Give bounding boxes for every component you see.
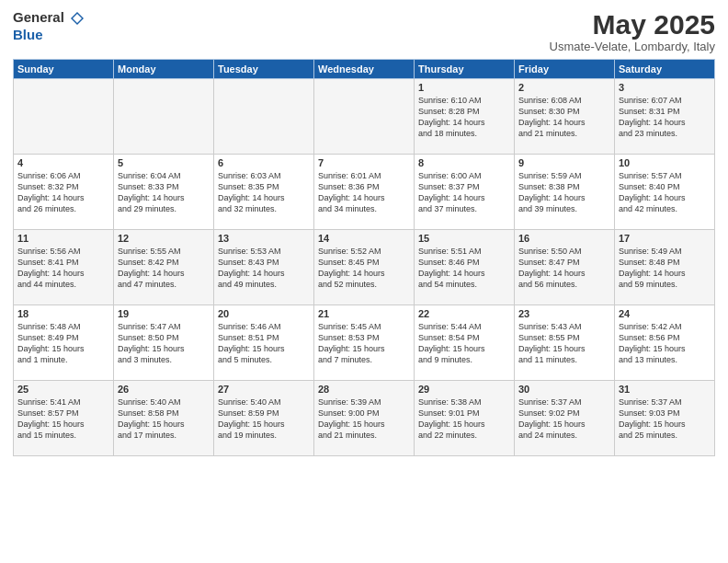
calendar-row-3: 18Sunrise: 5:48 AM Sunset: 8:49 PM Dayli… (14, 305, 715, 381)
weekday-header-thursday: Thursday (415, 60, 515, 79)
weekday-header-tuesday: Tuesday (214, 60, 314, 79)
cell-info: Sunrise: 5:40 AM Sunset: 8:59 PM Dayligh… (218, 396, 310, 442)
day-number: 25 (17, 384, 109, 395)
day-number: 29 (418, 384, 510, 395)
day-number: 19 (118, 308, 210, 319)
cell-info: Sunrise: 5:42 AM Sunset: 8:56 PM Dayligh… (619, 321, 711, 366)
cell-info: Sunrise: 6:01 AM Sunset: 8:36 PM Dayligh… (318, 170, 410, 215)
cell-info: Sunrise: 5:41 AM Sunset: 8:57 PM Dayligh… (17, 396, 109, 442)
calendar-cell-0-5: 2Sunrise: 6:08 AM Sunset: 8:30 PM Daylig… (515, 79, 615, 155)
calendar-cell-3-5: 23Sunrise: 5:43 AM Sunset: 8:55 PM Dayli… (515, 305, 615, 381)
day-number: 7 (318, 157, 410, 168)
weekday-header-wednesday: Wednesday (314, 60, 415, 79)
calendar-cell-2-0: 11Sunrise: 5:56 AM Sunset: 8:41 PM Dayli… (14, 230, 114, 305)
page: General Blue May 2025 Usmate-Velate, Lom… (0, 0, 728, 563)
cell-info: Sunrise: 6:06 AM Sunset: 8:32 PM Dayligh… (17, 170, 109, 215)
cell-info: Sunrise: 5:55 AM Sunset: 8:42 PM Dayligh… (118, 246, 210, 291)
calendar-cell-0-1 (114, 79, 214, 155)
calendar-cell-0-6: 3Sunrise: 6:07 AM Sunset: 8:31 PM Daylig… (615, 79, 715, 155)
calendar-cell-0-4: 1Sunrise: 6:10 AM Sunset: 8:28 PM Daylig… (415, 79, 515, 155)
day-number: 16 (518, 233, 610, 244)
day-number: 9 (518, 157, 610, 168)
calendar-cell-4-1: 26Sunrise: 5:40 AM Sunset: 8:58 PM Dayli… (114, 381, 214, 456)
day-number: 23 (518, 308, 610, 319)
cell-info: Sunrise: 5:57 AM Sunset: 8:40 PM Dayligh… (619, 170, 711, 215)
cell-info: Sunrise: 6:10 AM Sunset: 8:28 PM Dayligh… (418, 95, 510, 140)
day-number: 11 (17, 233, 109, 244)
day-number: 27 (218, 384, 310, 395)
day-number: 31 (619, 384, 711, 395)
calendar-cell-1-1: 5Sunrise: 6:04 AM Sunset: 8:33 PM Daylig… (114, 155, 214, 230)
logo-general: General (13, 9, 64, 25)
calendar-row-2: 11Sunrise: 5:56 AM Sunset: 8:41 PM Dayli… (14, 230, 715, 305)
cell-info: Sunrise: 5:43 AM Sunset: 8:55 PM Dayligh… (518, 321, 610, 366)
day-number: 6 (218, 157, 310, 168)
calendar-cell-0-0 (14, 79, 114, 155)
calendar-cell-0-2 (214, 79, 314, 155)
calendar-cell-3-4: 22Sunrise: 5:44 AM Sunset: 8:54 PM Dayli… (415, 305, 515, 381)
day-number: 20 (218, 308, 310, 319)
cell-info: Sunrise: 5:46 AM Sunset: 8:51 PM Dayligh… (218, 321, 310, 366)
day-number: 30 (518, 384, 610, 395)
cell-info: Sunrise: 5:50 AM Sunset: 8:47 PM Dayligh… (518, 246, 610, 291)
cell-info: Sunrise: 5:37 AM Sunset: 9:02 PM Dayligh… (518, 396, 610, 442)
day-number: 17 (619, 233, 711, 244)
calendar-title: May 2025 (550, 9, 715, 40)
cell-info: Sunrise: 5:52 AM Sunset: 8:45 PM Dayligh… (318, 246, 410, 291)
calendar-cell-4-5: 30Sunrise: 5:37 AM Sunset: 9:02 PM Dayli… (515, 381, 615, 456)
day-number: 3 (619, 82, 711, 93)
calendar-cell-2-4: 15Sunrise: 5:51 AM Sunset: 8:46 PM Dayli… (415, 230, 515, 305)
cell-info: Sunrise: 5:47 AM Sunset: 8:50 PM Dayligh… (118, 321, 210, 366)
day-number: 4 (17, 157, 109, 168)
weekday-header-sunday: Sunday (14, 60, 114, 79)
cell-info: Sunrise: 5:37 AM Sunset: 9:03 PM Dayligh… (619, 396, 711, 442)
day-number: 2 (518, 82, 610, 93)
cell-info: Sunrise: 6:08 AM Sunset: 8:30 PM Dayligh… (518, 95, 610, 140)
calendar-cell-1-4: 8Sunrise: 6:00 AM Sunset: 8:37 PM Daylig… (415, 155, 515, 230)
logo-blue: Blue (13, 27, 85, 42)
calendar-table: SundayMondayTuesdayWednesdayThursdayFrid… (13, 59, 715, 456)
cell-info: Sunrise: 5:48 AM Sunset: 8:49 PM Dayligh… (17, 321, 109, 366)
day-number: 28 (318, 384, 410, 395)
calendar-cell-2-3: 14Sunrise: 5:52 AM Sunset: 8:45 PM Dayli… (314, 230, 415, 305)
cell-info: Sunrise: 6:07 AM Sunset: 8:31 PM Dayligh… (619, 95, 711, 140)
day-number: 12 (118, 233, 210, 244)
calendar-cell-2-2: 13Sunrise: 5:53 AM Sunset: 8:43 PM Dayli… (214, 230, 314, 305)
weekday-header-row: SundayMondayTuesdayWednesdayThursdayFrid… (14, 60, 715, 79)
cell-info: Sunrise: 5:44 AM Sunset: 8:54 PM Dayligh… (418, 321, 510, 366)
calendar-cell-4-2: 27Sunrise: 5:40 AM Sunset: 8:59 PM Dayli… (214, 381, 314, 456)
day-number: 22 (418, 308, 510, 319)
cell-info: Sunrise: 5:38 AM Sunset: 9:01 PM Dayligh… (418, 396, 510, 442)
title-block: May 2025 Usmate-Velate, Lombardy, Italy (550, 9, 715, 53)
calendar-row-4: 25Sunrise: 5:41 AM Sunset: 8:57 PM Dayli… (14, 381, 715, 456)
weekday-header-monday: Monday (114, 60, 214, 79)
calendar-cell-2-6: 17Sunrise: 5:49 AM Sunset: 8:48 PM Dayli… (615, 230, 715, 305)
cell-info: Sunrise: 6:03 AM Sunset: 8:35 PM Dayligh… (218, 170, 310, 215)
weekday-header-saturday: Saturday (615, 60, 715, 79)
calendar-cell-0-3 (314, 79, 415, 155)
calendar-cell-3-0: 18Sunrise: 5:48 AM Sunset: 8:49 PM Dayli… (14, 305, 114, 381)
day-number: 1 (418, 82, 510, 93)
calendar-cell-1-3: 7Sunrise: 6:01 AM Sunset: 8:36 PM Daylig… (314, 155, 415, 230)
calendar-cell-4-6: 31Sunrise: 5:37 AM Sunset: 9:03 PM Dayli… (615, 381, 715, 456)
calendar-cell-3-3: 21Sunrise: 5:45 AM Sunset: 8:53 PM Dayli… (314, 305, 415, 381)
calendar-cell-3-2: 20Sunrise: 5:46 AM Sunset: 8:51 PM Dayli… (214, 305, 314, 381)
calendar-row-1: 4Sunrise: 6:06 AM Sunset: 8:32 PM Daylig… (14, 155, 715, 230)
day-number: 24 (619, 308, 711, 319)
calendar-row-0: 1Sunrise: 6:10 AM Sunset: 8:28 PM Daylig… (14, 79, 715, 155)
day-number: 21 (318, 308, 410, 319)
cell-info: Sunrise: 5:51 AM Sunset: 8:46 PM Dayligh… (418, 246, 510, 291)
calendar-cell-4-3: 28Sunrise: 5:39 AM Sunset: 9:00 PM Dayli… (314, 381, 415, 456)
cell-info: Sunrise: 5:56 AM Sunset: 8:41 PM Dayligh… (17, 246, 109, 291)
cell-info: Sunrise: 5:39 AM Sunset: 9:00 PM Dayligh… (318, 396, 410, 442)
calendar-cell-4-0: 25Sunrise: 5:41 AM Sunset: 8:57 PM Dayli… (14, 381, 114, 456)
calendar-subtitle: Usmate-Velate, Lombardy, Italy (550, 40, 715, 53)
calendar-cell-1-5: 9Sunrise: 5:59 AM Sunset: 8:38 PM Daylig… (515, 155, 615, 230)
cell-info: Sunrise: 5:45 AM Sunset: 8:53 PM Dayligh… (318, 321, 410, 366)
calendar-cell-3-6: 24Sunrise: 5:42 AM Sunset: 8:56 PM Dayli… (615, 305, 715, 381)
calendar-cell-4-4: 29Sunrise: 5:38 AM Sunset: 9:01 PM Dayli… (415, 381, 515, 456)
cell-info: Sunrise: 5:49 AM Sunset: 8:48 PM Dayligh… (619, 246, 711, 291)
logo-icon (69, 10, 85, 27)
day-number: 14 (318, 233, 410, 244)
calendar-cell-1-6: 10Sunrise: 5:57 AM Sunset: 8:40 PM Dayli… (615, 155, 715, 230)
